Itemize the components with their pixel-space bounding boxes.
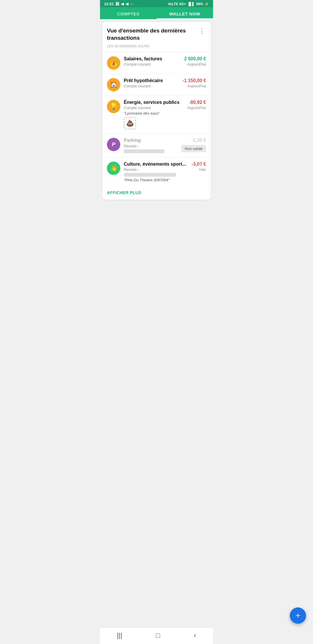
tx-icon-pret: 🏠 <box>107 78 120 91</box>
status-more-icon: ··· <box>130 2 133 6</box>
transaction-item[interactable]: 💡 Énergie, services publics -80,92 € Com… <box>102 95 211 133</box>
status-network: VoLTE 4G+ <box>168 2 186 6</box>
tx-name: Culture, événements sport... <box>124 162 189 167</box>
status-signal-icon: ▐▌▌ <box>187 2 195 6</box>
tx-account-blurred <box>124 149 164 153</box>
tx-amount: 2 500,00 € <box>184 56 206 61</box>
main-content: Vue d'ensemble des dernières transaction… <box>100 19 213 223</box>
tx-account: Revolut - <box>124 144 164 148</box>
tx-account-blurred <box>124 173 176 177</box>
tx-note: "Phie Du Theatre 2097004" <box>124 178 206 182</box>
tx-icon-parking: P <box>107 138 120 151</box>
transaction-item[interactable]: P Parking -1,20 € Revolut - Non validé <box>102 133 211 157</box>
tab-bar: COMPTES WALLET NOW <box>100 7 213 19</box>
show-more-section: AFFICHER PLUS <box>102 186 211 200</box>
status-nav-icon: ◀ <box>121 2 124 6</box>
status-image-icon: 🖼 <box>115 2 119 6</box>
card-title: Vue d'ensemble des dernières transaction… <box>107 27 197 41</box>
more-options-button[interactable]: ⋮ <box>197 27 206 35</box>
tx-icon-energie: 💡 <box>107 100 120 113</box>
tx-date: Aujourd'hui <box>187 84 206 88</box>
show-more-button[interactable]: AFFICHER PLUS <box>107 190 141 195</box>
tx-icon-salaires: 💰 <box>107 56 120 70</box>
tx-name: Parking <box>124 138 189 143</box>
tx-amount: -3,07 € <box>192 162 206 167</box>
tx-account: Revolut - <box>124 167 139 172</box>
tx-amount: -80,92 € <box>189 100 206 105</box>
tx-account: Compte courant <box>124 106 151 110</box>
tx-name: Énergie, services publics <box>124 100 187 105</box>
tx-amount: -1,20 € <box>192 138 206 143</box>
non-valide-badge: Non validé <box>181 145 206 152</box>
status-bar: 12:01 🖼 ◀ ◀ ··· VoLTE 4G+ ▐▌▌ 89% ⚡ <box>100 0 213 7</box>
tx-account: Compte courant <box>124 84 151 88</box>
status-time: 12:01 <box>104 2 114 6</box>
status-nav2-icon: ◀ <box>125 2 128 6</box>
tx-date: Aujourd'hui <box>187 62 206 66</box>
transaction-item[interactable]: 🏠 Prêt hypothécaire -1 150,00 € Compte c… <box>102 74 211 95</box>
tx-date: Aujourd'hui <box>187 106 206 110</box>
tab-wallet-now[interactable]: WALLET NOW <box>156 7 213 19</box>
tx-account: Compte courant <box>124 62 151 66</box>
tx-icon-culture: 👋 <box>107 162 120 175</box>
period-label: LES 30 DERNIERS JOURS <box>102 44 211 52</box>
tx-name: Prêt hypothécaire <box>124 78 180 83</box>
tx-sticker-poop[interactable]: 💩 <box>124 117 136 129</box>
transactions-card: Vue d'ensemble des dernières transaction… <box>102 22 211 200</box>
transaction-item[interactable]: 👋 Culture, événements sport... -3,07 € R… <box>102 157 211 186</box>
tx-name: Salaires, factures <box>124 56 182 61</box>
status-battery: 89% <box>196 2 203 6</box>
tx-amount: -1 150,00 € <box>183 78 206 83</box>
tab-comptes[interactable]: COMPTES <box>100 7 156 19</box>
transaction-item[interactable]: 💰 Salaires, factures 2 500,00 € Compte c… <box>102 52 211 74</box>
card-header: Vue d'ensemble des dernières transaction… <box>102 22 211 44</box>
tx-date: Hier <box>199 167 206 172</box>
tx-note: "Lyonnaise des eaux" <box>124 111 206 115</box>
status-battery-icon: ⚡ <box>205 2 209 6</box>
